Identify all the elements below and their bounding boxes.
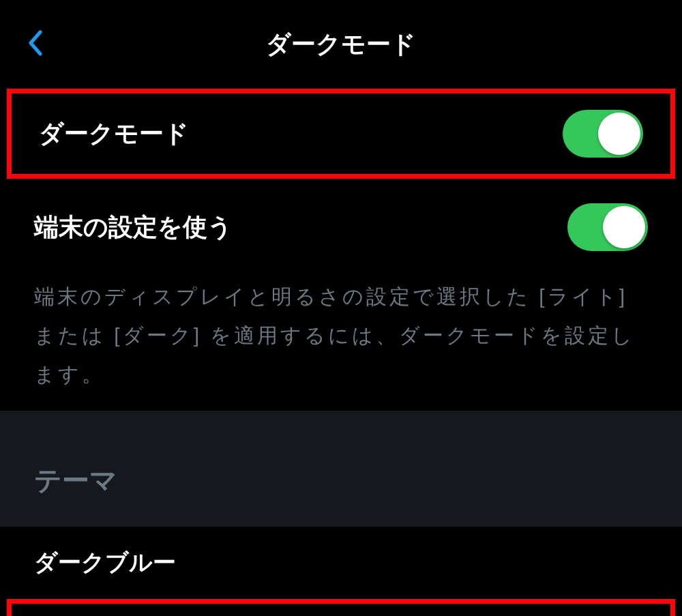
theme-section-title: テーマ xyxy=(34,462,648,499)
use-device-description-row: 端末のディスプレイと明るさの設定で選択した [ライト] または [ダーク] を適… xyxy=(0,272,682,411)
section-spacer xyxy=(0,411,682,435)
use-device-toggle[interactable] xyxy=(567,203,648,251)
dark-mode-row[interactable]: ダークモード xyxy=(7,89,675,179)
use-device-description: 端末のディスプレイと明るさの設定で選択した [ライト] または [ダーク] を適… xyxy=(34,277,648,394)
toggle-knob xyxy=(603,206,645,248)
toggle-knob xyxy=(598,113,640,155)
theme-section-header: テーマ xyxy=(0,435,682,527)
chevron-left-icon xyxy=(27,46,42,58)
dark-mode-toggle[interactable] xyxy=(563,110,643,158)
theme-option-black[interactable]: ブラック xyxy=(7,599,675,616)
back-button[interactable] xyxy=(27,30,42,59)
theme-option-label: ダークブルー xyxy=(34,547,176,578)
use-device-row[interactable]: 端末の設定を使う xyxy=(0,179,682,272)
use-device-label: 端末の設定を使う xyxy=(34,211,233,244)
page-title: ダークモード xyxy=(266,28,416,61)
theme-option-dark-blue[interactable]: ダークブルー xyxy=(0,527,682,599)
dark-mode-label: ダークモード xyxy=(39,117,189,151)
